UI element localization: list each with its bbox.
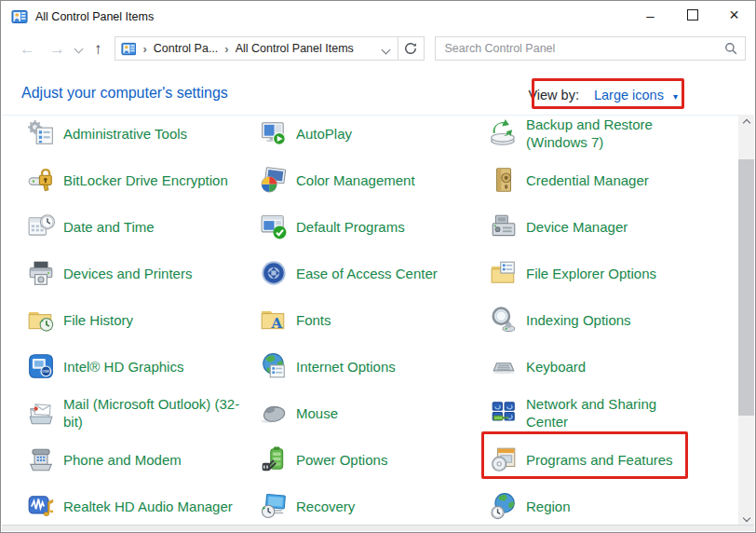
recent-pages-dropdown[interactable]: [75, 39, 82, 56]
svg-text:A: A: [270, 315, 282, 332]
control-panel-item[interactable]: Mail (Microsoft Outlook) (32-bit): [27, 390, 260, 436]
scroll-up-button[interactable]: [738, 115, 754, 130]
control-panel-icon: [11, 9, 28, 24]
control-panel-item[interactable]: Internet Options: [260, 343, 490, 390]
control-panel-item[interactable]: Programs and Features: [490, 436, 723, 483]
minimize-button[interactable]: –: [629, 1, 671, 29]
bitlocker-icon: [27, 166, 55, 194]
close-button[interactable]: ×: [713, 1, 755, 29]
page-title: Adjust your computer's settings: [21, 85, 228, 102]
item-label: Phone and Modem: [63, 451, 182, 469]
item-label: File History: [63, 311, 133, 329]
item-label: Backup and Restore (Windows 7): [526, 116, 677, 151]
control-panel-item[interactable]: Backup and Restore (Windows 7): [490, 115, 723, 157]
control-panel-item[interactable]: Recovery: [260, 483, 490, 526]
vertical-scrollbar[interactable]: [738, 115, 754, 526]
control-panel-item[interactable]: Devices and Printers: [27, 250, 260, 296]
intel-hd-graphics-icon: intel: [27, 352, 55, 380]
back-button[interactable]: ←: [20, 41, 35, 57]
devices-printers-icon: [27, 259, 55, 287]
color-management-icon: [260, 166, 288, 194]
address-bar[interactable]: › Control Pa... › All Control Panel Item…: [115, 36, 425, 61]
control-panel-item[interactable]: Default Programs: [260, 203, 490, 250]
control-panel-item[interactable]: Device Manager: [490, 203, 723, 250]
control-panel-item[interactable]: Region: [490, 483, 723, 526]
item-label: Intel® HD Graphics: [63, 358, 183, 376]
forward-button[interactable]: →: [49, 41, 65, 57]
programs-features-icon: [490, 445, 518, 473]
breadcrumb-all-items[interactable]: All Control Panel Items: [236, 42, 354, 55]
search-box[interactable]: [435, 36, 747, 61]
forward-arrow-icon: →: [49, 40, 65, 58]
chevron-down-icon: [742, 513, 749, 521]
file-explorer-options-icon: [490, 259, 518, 287]
indexing-options-icon: [490, 306, 518, 334]
navigation-bar: ← → ↑ › Control Pa... › All Control Pane…: [1, 33, 755, 64]
item-label: AutoPlay: [296, 125, 352, 143]
item-label: Devices and Printers: [63, 265, 192, 282]
maximize-button[interactable]: [671, 1, 713, 29]
refresh-button[interactable]: [398, 37, 424, 60]
realtek-audio-icon: [27, 492, 55, 520]
admin-tools-icon: [27, 119, 55, 147]
content-area: Administrative ToolsAutoPlayBackup and R…: [2, 115, 738, 526]
internet-options-icon: [260, 352, 288, 380]
breadcrumb-separator: ›: [224, 42, 228, 56]
control-panel-item[interactable]: File Explorer Options: [490, 250, 723, 296]
view-by-value[interactable]: Large icons: [594, 88, 664, 102]
control-panel-item[interactable]: Color Management: [260, 157, 490, 203]
window-bottom-edge: [2, 525, 754, 531]
breadcrumb-separator: ›: [143, 42, 147, 56]
item-label: Mail (Microsoft Outlook) (32-bit): [63, 395, 254, 430]
item-label: Ease of Access Center: [296, 265, 438, 282]
up-arrow-icon: ↑: [94, 40, 102, 58]
control-panel-item[interactable]: Administrative Tools: [27, 115, 260, 157]
device-manager-icon: [490, 212, 518, 240]
control-panel-item[interactable]: File History: [27, 296, 260, 343]
control-panel-item[interactable]: BitLocker Drive Encryption: [27, 157, 260, 203]
control-panel-item[interactable]: Realtek HD Audio Manager: [27, 483, 260, 526]
control-panel-item[interactable]: Ease of Access Center: [260, 250, 490, 296]
item-label: Fonts: [296, 311, 331, 329]
control-panel-item[interactable]: Mouse: [260, 390, 490, 436]
item-label: Power Options: [296, 451, 387, 469]
file-history-icon: [27, 306, 55, 334]
view-by-dropdown-icon[interactable]: ▾: [673, 91, 678, 102]
back-arrow-icon: ←: [20, 40, 35, 58]
control-panel-item[interactable]: intelIntel® HD Graphics: [27, 343, 260, 390]
autoplay-icon: [260, 119, 288, 147]
control-panel-item[interactable]: Credential Manager: [490, 157, 723, 203]
power-options-icon: [260, 445, 288, 473]
keyboard-icon: [490, 352, 518, 380]
address-dropdown[interactable]: [383, 40, 389, 57]
scrollbar-thumb[interactable]: [738, 159, 754, 416]
control-panel-item[interactable]: Phone and Modem: [27, 436, 260, 483]
control-panel-item[interactable]: AFonts: [260, 296, 490, 343]
search-input[interactable]: [443, 41, 725, 56]
breadcrumb-control-panel[interactable]: Control Pa...: [154, 42, 218, 55]
item-label: Region: [526, 498, 571, 515]
default-programs-icon: [260, 212, 288, 240]
control-panel-item[interactable]: Indexing Options: [490, 296, 723, 343]
phone-modem-icon: [27, 445, 55, 473]
control-panel-item[interactable]: Network and Sharing Center: [490, 390, 723, 436]
mail-icon: [27, 399, 55, 427]
item-label: Device Manager: [526, 218, 628, 236]
item-label: Default Programs: [296, 218, 405, 236]
control-panel-item[interactable]: AutoPlay: [260, 115, 490, 157]
item-label: BitLocker Drive Encryption: [63, 171, 228, 189]
item-label: Programs and Features: [526, 451, 673, 469]
control-panel-icon: [121, 42, 137, 56]
item-label: Mouse: [296, 404, 338, 422]
control-panel-item[interactable]: Power Options: [260, 436, 490, 483]
titlebar[interactable]: All Control Panel Items – ×: [1, 1, 755, 33]
up-button[interactable]: ↑: [94, 41, 102, 57]
scroll-down-button[interactable]: [738, 510, 754, 526]
svg-text:intel: intel: [42, 369, 49, 374]
control-panel-item[interactable]: Date and Time: [27, 203, 260, 250]
items-grid: Administrative ToolsAutoPlayBackup and R…: [27, 115, 723, 526]
network-sharing-icon: [490, 399, 518, 427]
item-label: Keyboard: [526, 358, 586, 376]
control-panel-item[interactable]: Keyboard: [490, 343, 723, 390]
refresh-icon: [404, 42, 417, 55]
